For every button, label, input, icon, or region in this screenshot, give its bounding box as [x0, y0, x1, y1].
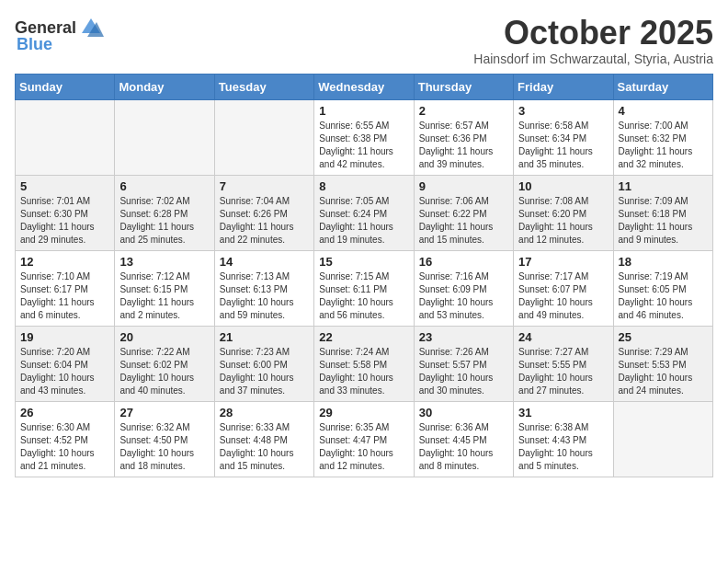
- calendar-table: SundayMondayTuesdayWednesdayThursdayFrid…: [15, 74, 713, 477]
- day-info: Sunrise: 7:20 AM Sunset: 6:04 PM Dayligh…: [20, 346, 109, 397]
- calendar-cell: 1Sunrise: 6:55 AM Sunset: 6:38 PM Daylig…: [314, 99, 414, 175]
- day-info: Sunrise: 7:09 AM Sunset: 6:18 PM Dayligh…: [619, 195, 708, 247]
- calendar-cell: 26Sunrise: 6:30 AM Sunset: 4:52 PM Dayli…: [16, 401, 115, 477]
- logo: General Blue: [15, 15, 104, 54]
- day-info: Sunrise: 7:13 AM Sunset: 6:13 PM Dayligh…: [220, 270, 309, 322]
- day-number: 1: [319, 104, 408, 118]
- day-info: Sunrise: 7:04 AM Sunset: 6:26 PM Dayligh…: [220, 195, 309, 247]
- day-info: Sunrise: 6:30 AM Sunset: 4:52 PM Dayligh…: [20, 421, 109, 473]
- calendar-cell: 5Sunrise: 7:01 AM Sunset: 6:30 PM Daylig…: [16, 175, 115, 250]
- day-info: Sunrise: 6:38 AM Sunset: 4:43 PM Dayligh…: [518, 421, 608, 473]
- calendar-cell: 29Sunrise: 6:35 AM Sunset: 4:47 PM Dayli…: [314, 401, 414, 477]
- month-title: October 2025: [473, 15, 713, 52]
- day-info: Sunrise: 6:35 AM Sunset: 4:47 PM Dayligh…: [319, 421, 408, 473]
- calendar-cell: [613, 401, 712, 477]
- day-info: Sunrise: 7:27 AM Sunset: 5:55 PM Dayligh…: [518, 346, 608, 397]
- day-number: 7: [220, 179, 309, 193]
- calendar-week-row: 1Sunrise: 6:55 AM Sunset: 6:38 PM Daylig…: [16, 99, 713, 175]
- calendar-cell: 24Sunrise: 7:27 AM Sunset: 5:55 PM Dayli…: [514, 326, 613, 401]
- day-number: 25: [619, 330, 708, 344]
- col-header-friday: Friday: [514, 74, 613, 99]
- day-number: 26: [20, 406, 109, 419]
- day-info: Sunrise: 7:26 AM Sunset: 5:57 PM Dayligh…: [419, 346, 508, 397]
- page-header: General Blue October 2025 Hainsdorf im S…: [15, 15, 713, 66]
- location-title: Hainsdorf im Schwarzautal, Styria, Austr…: [473, 52, 713, 66]
- calendar-cell: 30Sunrise: 6:36 AM Sunset: 4:45 PM Dayli…: [414, 401, 513, 477]
- calendar-cell: 17Sunrise: 7:17 AM Sunset: 6:07 PM Dayli…: [514, 250, 613, 326]
- calendar-cell: 13Sunrise: 7:12 AM Sunset: 6:15 PM Dayli…: [115, 250, 214, 326]
- day-number: 9: [419, 179, 508, 193]
- calendar-cell: 10Sunrise: 7:08 AM Sunset: 6:20 PM Dayli…: [514, 175, 613, 250]
- day-number: 11: [619, 179, 708, 193]
- logo-icon: [78, 15, 104, 40]
- col-header-tuesday: Tuesday: [214, 74, 313, 99]
- day-info: Sunrise: 7:22 AM Sunset: 6:02 PM Dayligh…: [119, 346, 209, 397]
- day-info: Sunrise: 7:08 AM Sunset: 6:20 PM Dayligh…: [518, 195, 608, 247]
- day-number: 8: [319, 179, 408, 193]
- day-number: 27: [119, 406, 209, 419]
- calendar-cell: 8Sunrise: 7:05 AM Sunset: 6:24 PM Daylig…: [314, 175, 414, 250]
- calendar-cell: 2Sunrise: 6:57 AM Sunset: 6:36 PM Daylig…: [414, 99, 513, 175]
- calendar-cell: 16Sunrise: 7:16 AM Sunset: 6:09 PM Dayli…: [414, 250, 513, 326]
- day-info: Sunrise: 7:24 AM Sunset: 5:58 PM Dayligh…: [319, 346, 408, 397]
- day-info: Sunrise: 7:00 AM Sunset: 6:32 PM Dayligh…: [619, 120, 708, 171]
- col-header-saturday: Saturday: [613, 74, 712, 99]
- col-header-wednesday: Wednesday: [314, 74, 414, 99]
- calendar-cell: [214, 99, 313, 175]
- day-number: 5: [20, 179, 109, 193]
- day-number: 3: [518, 104, 608, 118]
- calendar-cell: 11Sunrise: 7:09 AM Sunset: 6:18 PM Dayli…: [613, 175, 712, 250]
- day-number: 23: [419, 330, 508, 344]
- day-number: 4: [619, 104, 708, 118]
- day-info: Sunrise: 7:10 AM Sunset: 6:17 PM Dayligh…: [20, 270, 109, 322]
- day-number: 30: [419, 406, 508, 419]
- calendar-cell: 27Sunrise: 6:32 AM Sunset: 4:50 PM Dayli…: [115, 401, 214, 477]
- calendar-header-row: SundayMondayTuesdayWednesdayThursdayFrid…: [16, 74, 713, 99]
- day-info: Sunrise: 6:57 AM Sunset: 6:36 PM Dayligh…: [419, 120, 508, 171]
- calendar-week-row: 12Sunrise: 7:10 AM Sunset: 6:17 PM Dayli…: [16, 250, 713, 326]
- day-info: Sunrise: 7:23 AM Sunset: 6:00 PM Dayligh…: [220, 346, 309, 397]
- calendar-cell: 7Sunrise: 7:04 AM Sunset: 6:26 PM Daylig…: [214, 175, 313, 250]
- day-info: Sunrise: 7:05 AM Sunset: 6:24 PM Dayligh…: [319, 195, 408, 247]
- day-number: 16: [419, 255, 508, 269]
- calendar-cell: 23Sunrise: 7:26 AM Sunset: 5:57 PM Dayli…: [414, 326, 513, 401]
- calendar-cell: 28Sunrise: 6:33 AM Sunset: 4:48 PM Dayli…: [214, 401, 313, 477]
- day-number: 15: [319, 255, 408, 269]
- day-info: Sunrise: 7:06 AM Sunset: 6:22 PM Dayligh…: [419, 195, 508, 247]
- day-info: Sunrise: 6:33 AM Sunset: 4:48 PM Dayligh…: [220, 421, 309, 473]
- day-number: 31: [518, 406, 608, 419]
- title-block: October 2025 Hainsdorf im Schwarzautal, …: [473, 15, 713, 66]
- day-info: Sunrise: 7:16 AM Sunset: 6:09 PM Dayligh…: [419, 270, 508, 322]
- calendar-cell: 25Sunrise: 7:29 AM Sunset: 5:53 PM Dayli…: [613, 326, 712, 401]
- day-number: 17: [518, 255, 608, 269]
- day-number: 28: [220, 406, 309, 419]
- day-number: 21: [220, 330, 309, 344]
- calendar-cell: 15Sunrise: 7:15 AM Sunset: 6:11 PM Dayli…: [314, 250, 414, 326]
- day-number: 20: [119, 330, 209, 344]
- calendar-cell: [115, 99, 214, 175]
- day-info: Sunrise: 7:29 AM Sunset: 5:53 PM Dayligh…: [619, 346, 708, 397]
- day-number: 2: [419, 104, 508, 118]
- day-info: Sunrise: 7:12 AM Sunset: 6:15 PM Dayligh…: [119, 270, 209, 322]
- day-info: Sunrise: 6:36 AM Sunset: 4:45 PM Dayligh…: [419, 421, 508, 473]
- day-number: 13: [119, 255, 209, 269]
- day-info: Sunrise: 7:19 AM Sunset: 6:05 PM Dayligh…: [619, 270, 708, 322]
- day-number: 14: [220, 255, 309, 269]
- day-number: 6: [119, 179, 209, 193]
- calendar-cell: 31Sunrise: 6:38 AM Sunset: 4:43 PM Dayli…: [514, 401, 613, 477]
- day-number: 10: [518, 179, 608, 193]
- calendar-week-row: 19Sunrise: 7:20 AM Sunset: 6:04 PM Dayli…: [16, 326, 713, 401]
- calendar-cell: 18Sunrise: 7:19 AM Sunset: 6:05 PM Dayli…: [613, 250, 712, 326]
- calendar-cell: 19Sunrise: 7:20 AM Sunset: 6:04 PM Dayli…: [16, 326, 115, 401]
- day-info: Sunrise: 6:55 AM Sunset: 6:38 PM Dayligh…: [319, 120, 408, 171]
- calendar-cell: 6Sunrise: 7:02 AM Sunset: 6:28 PM Daylig…: [115, 175, 214, 250]
- day-number: 12: [20, 255, 109, 269]
- day-info: Sunrise: 6:32 AM Sunset: 4:50 PM Dayligh…: [119, 421, 209, 473]
- calendar-week-row: 5Sunrise: 7:01 AM Sunset: 6:30 PM Daylig…: [16, 175, 713, 250]
- calendar-cell: 12Sunrise: 7:10 AM Sunset: 6:17 PM Dayli…: [16, 250, 115, 326]
- calendar-cell: 20Sunrise: 7:22 AM Sunset: 6:02 PM Dayli…: [115, 326, 214, 401]
- col-header-monday: Monday: [115, 74, 214, 99]
- day-number: 19: [20, 330, 109, 344]
- day-info: Sunrise: 6:58 AM Sunset: 6:34 PM Dayligh…: [518, 120, 608, 171]
- calendar-week-row: 26Sunrise: 6:30 AM Sunset: 4:52 PM Dayli…: [16, 401, 713, 477]
